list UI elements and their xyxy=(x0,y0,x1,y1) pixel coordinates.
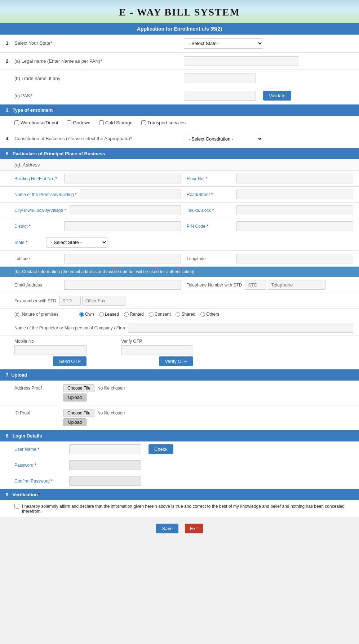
app-title: E - WAY BILL SYSTEM xyxy=(0,6,359,18)
email-label: Email Address xyxy=(14,283,61,288)
id-proof-upload-btn[interactable]: Upload xyxy=(63,418,87,426)
verify-otp-button[interactable]: Verify OTP xyxy=(159,356,193,366)
nature-leased[interactable]: Leased xyxy=(99,312,119,317)
road-input[interactable] xyxy=(236,190,353,199)
premises-label: Name of the Premises/Building * xyxy=(14,192,77,197)
row-nature-premises: (c). Nature of premises Own Leased Rente… xyxy=(0,309,359,320)
address-proof-upload-btn[interactable]: Upload xyxy=(63,394,87,401)
legal-name-label: (a) Legal name (Enter Name as per PAN)* xyxy=(14,56,184,64)
verification-text: I heareby solemnly affirm and declare th… xyxy=(22,504,353,514)
row-email-telephone: Email Address Telephone Number with STD xyxy=(0,277,359,293)
fax-group: Fax number with STD xyxy=(14,296,184,306)
verify-otp-label: Verify OTP xyxy=(121,339,193,344)
state-address-select[interactable]: - Select State - xyxy=(46,237,107,248)
pin-input[interactable] xyxy=(236,221,353,231)
legal-name-control xyxy=(184,56,353,66)
radio-consent[interactable] xyxy=(149,312,154,317)
nature-own[interactable]: Own xyxy=(79,312,94,317)
checkbox-godown[interactable] xyxy=(67,120,71,125)
radio-own[interactable] xyxy=(79,312,84,317)
row-id-proof: ID Proof Choose File No file chosen Uplo… xyxy=(0,405,359,430)
enroll-cold-storage[interactable]: Cold Storage xyxy=(99,120,133,125)
taluka-label: Taluka/Block * xyxy=(187,208,234,213)
pan-label: (c) PAN* xyxy=(14,91,184,98)
constitution-select[interactable]: - Select Constitution - xyxy=(184,134,263,144)
select-state-control: - Select State - xyxy=(184,38,353,49)
taluka-input[interactable] xyxy=(236,205,353,215)
longitude-label: Longitude xyxy=(187,256,234,261)
telephone-std-input[interactable] xyxy=(245,280,266,290)
checkbox-warehouse[interactable] xyxy=(14,120,19,125)
fax-number-input[interactable] xyxy=(82,296,125,306)
radio-shared[interactable] xyxy=(176,312,180,317)
latitude-input[interactable] xyxy=(64,254,181,263)
contact-section-header: (b). Contact Information (the email addr… xyxy=(0,267,359,277)
proprietor-input[interactable] xyxy=(128,323,353,333)
validate-button[interactable]: Validate xyxy=(263,91,291,101)
row-num-2: 2. xyxy=(6,56,14,64)
id-proof-choose-btn[interactable]: Choose File xyxy=(63,409,94,417)
row-lat-long: Latitude Longitude xyxy=(0,251,359,267)
verification-label[interactable]: I heareby solemnly affirm and declare th… xyxy=(14,504,353,514)
enroll-warehouse[interactable]: Warehouse/Depot xyxy=(14,120,58,125)
radio-rented[interactable] xyxy=(124,312,129,317)
legal-name-input[interactable] xyxy=(184,56,299,66)
row-district-pin: District * PIN Code * xyxy=(0,218,359,234)
email-input[interactable] xyxy=(64,280,181,290)
mobile-input[interactable] xyxy=(14,345,87,355)
checkbox-cold-storage[interactable] xyxy=(99,120,104,125)
row-mobile-otp: Mobile No Send OTP Verify OTP Verify OTP xyxy=(0,336,359,369)
verification-checkbox[interactable] xyxy=(14,504,19,508)
row-password: Password * xyxy=(0,457,359,473)
password-input[interactable] xyxy=(69,460,141,470)
enrollment-type-row: Warehouse/Depot Godown Cold Storage Tran… xyxy=(0,116,359,130)
nature-others[interactable]: Others xyxy=(200,312,219,317)
taluka-group: Taluka/Block * xyxy=(187,205,353,215)
address-proof-choose-btn[interactable]: Choose File xyxy=(63,384,94,392)
page-title-bar: Application for Enrollment u/s 35(2) xyxy=(0,23,359,35)
checkbox-transport[interactable] xyxy=(141,120,146,125)
latitude-label: Latitude xyxy=(14,256,61,261)
city-label: City/Town/Locality/Village * xyxy=(14,208,66,213)
row-proprietor: Name of the Proprietor or Main person of… xyxy=(0,320,359,336)
pan-input[interactable] xyxy=(184,91,256,101)
address-proof-label: Address Proof xyxy=(14,384,58,391)
floor-input[interactable] xyxy=(236,174,353,183)
telephone-number-input[interactable] xyxy=(268,280,325,290)
trade-name-input[interactable] xyxy=(184,74,256,83)
verify-otp-input[interactable] xyxy=(121,345,193,355)
floor-group: Floor No. * xyxy=(187,174,353,183)
state-select-top[interactable]: - Select State - xyxy=(184,38,263,49)
nature-rented[interactable]: Rented xyxy=(124,312,144,317)
building-input[interactable] xyxy=(64,174,181,183)
enroll-godown[interactable]: Godown xyxy=(67,120,90,125)
address-proof-file-name: No file chosen xyxy=(97,386,125,391)
fax-std-input[interactable] xyxy=(59,296,81,306)
radio-others[interactable] xyxy=(200,312,205,317)
fax-label: Fax number with STD xyxy=(14,298,56,303)
row-building-floor: Building No./Flat No. * Floor No. * xyxy=(0,171,359,187)
save-button[interactable]: Save xyxy=(156,524,178,533)
confirm-password-input[interactable] xyxy=(69,476,141,486)
state-address-group: State * - Select State - xyxy=(14,237,184,248)
row-address-proof: Address Proof Choose File No file chosen… xyxy=(0,381,359,405)
row-pan: (c) PAN* Validate xyxy=(0,87,359,105)
nature-shared[interactable]: Shared xyxy=(176,312,195,317)
id-proof-controls: Choose File No file chosen Upload xyxy=(63,409,125,426)
address-proof-controls: Choose File No file chosen Upload xyxy=(63,384,125,401)
nature-consent[interactable]: Consent xyxy=(149,312,171,317)
check-button[interactable]: Check xyxy=(149,444,173,454)
premises-input[interactable] xyxy=(80,190,181,199)
row-confirm-password: Confirm Password * xyxy=(0,473,359,489)
confirm-password-label: Confirm Password * xyxy=(14,479,65,484)
city-input[interactable] xyxy=(69,205,181,215)
longitude-input[interactable] xyxy=(236,254,353,263)
exit-button[interactable]: Exit xyxy=(185,524,203,533)
send-otp-button[interactable]: Send OTP xyxy=(53,356,87,366)
district-input[interactable] xyxy=(64,221,181,231)
select-state-label: Select Your State* xyxy=(14,38,184,46)
username-input[interactable] xyxy=(69,444,141,454)
section-7-header: 7 Upload xyxy=(0,369,359,381)
radio-leased[interactable] xyxy=(99,312,104,317)
enroll-transport[interactable]: Transport services xyxy=(141,120,186,125)
